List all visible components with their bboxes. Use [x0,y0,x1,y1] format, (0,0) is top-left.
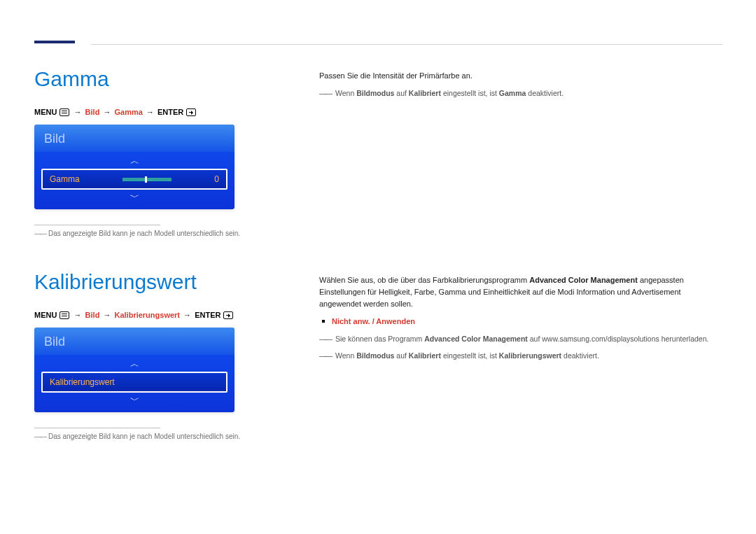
arrow-icon: → [74,311,82,319]
dash-icon: ―― [34,230,46,237]
osd-body: ︿ Kalibrierungswert ﹀ [34,355,234,412]
breadcrumb-gamma: MENU → Bild → Gamma → ENTER [34,108,300,116]
footnote-kalibrierungswert: ――Das angezeigte Bild kann je nach Model… [34,433,300,440]
breadcrumb-enter: ENTER [158,108,183,116]
osd-row-label: Gamma [50,174,80,184]
arrow-icon: → [146,108,154,116]
osd-row-gamma[interactable]: Gamma 0 [41,169,227,190]
chevron-down-icon[interactable]: ﹀ [41,192,227,202]
osd-row-value: 0 [214,174,219,184]
gamma-note: ――Wenn Bildmodus auf Kalibriert eingeste… [319,87,722,99]
menu-icon [59,311,69,319]
chevron-down-icon[interactable]: ﹀ [41,395,227,405]
bullet-icon [322,320,325,323]
enter-icon [186,108,196,116]
arrow-icon: → [103,108,111,116]
kalibrierungswert-description: Wählen Sie aus, ob die über das Farbkali… [319,274,722,310]
osd-header: Bild [34,125,234,152]
gamma-slider[interactable] [87,176,208,182]
kalibrierungswert-note: ――Wenn Bildmodus auf Kalibriert eingeste… [319,350,722,361]
slider-thumb[interactable] [145,176,147,183]
arrow-icon: → [103,311,111,319]
breadcrumb-path2: Gamma [114,108,142,116]
osd-body: ︿ Gamma 0 ﹀ [34,152,234,209]
dash-icon: ―― [319,351,331,360]
section-marker [34,41,75,43]
arrow-icon: → [74,108,82,116]
kalibrierungswert-download-note: ――Sie können das Programm Advanced Color… [319,333,722,344]
kalibrierungswert-options: Nicht anw. / Anwenden [319,316,722,328]
menu-icon [59,108,69,116]
breadcrumb-path1: Bild [85,311,100,319]
arrow-icon: → [183,311,191,319]
breadcrumb-path2: Kalibrierungswert [114,311,180,319]
dash-icon: ―― [319,89,331,97]
osd-header: Bild [34,328,234,355]
enter-icon [223,311,233,319]
heading-kalibrierungswert: Kalibrierungswert [34,270,300,294]
osd-row-label: Kalibrierungswert [50,377,115,387]
breadcrumb-path1: Bild [85,108,100,116]
footnote-gamma: ――Das angezeigte Bild kann je nach Model… [34,230,300,237]
chevron-up-icon[interactable]: ︿ [41,359,227,369]
heading-gamma: Gamma [34,67,300,91]
breadcrumb-menu: MENU [34,108,57,116]
dash-icon: ―― [319,335,331,343]
osd-panel-gamma: Bild ︿ Gamma 0 ﹀ [34,125,234,209]
footnote-rule [34,428,160,428]
osd-row-kalibrierungswert[interactable]: Kalibrierungswert [41,372,227,393]
breadcrumb-menu: MENU [34,311,57,319]
chevron-up-icon[interactable]: ︿ [41,156,227,166]
options-text: Nicht anw. / Anwenden [332,317,415,325]
slider-track [122,178,172,181]
dash-icon: ―― [34,433,46,440]
osd-panel-kalibrierungswert: Bild ︿ Kalibrierungswert ﹀ [34,328,234,412]
breadcrumb-enter: ENTER [195,311,220,319]
footnote-text: Das angezeigte Bild kann je nach Modell … [48,433,240,440]
footnote-text: Das angezeigte Bild kann je nach Modell … [48,230,240,237]
gamma-description: Passen Sie die Intensität der Primärfarb… [319,70,722,82]
breadcrumb-kalibrierungswert: MENU → Bild → Kalibrierungswert → ENTER [34,311,300,319]
top-divider [91,44,722,45]
footnote-rule [34,225,160,225]
